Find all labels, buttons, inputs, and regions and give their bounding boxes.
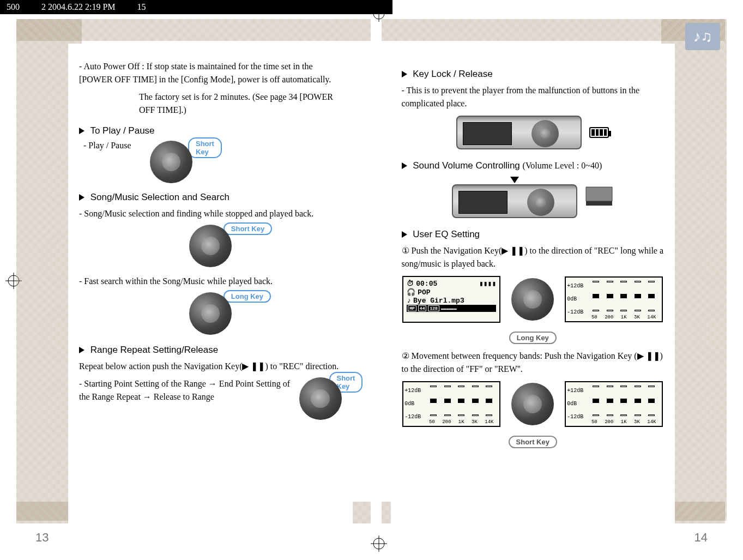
eq-x-label: 200 [605,315,613,320]
lcd-time: 00:05 [416,280,437,288]
eq-step-2: ② Movement between frequency bands: Push… [402,350,665,376]
arrow-icon [79,128,84,134]
volume-widget-icon [585,186,613,209]
arrow-icon [402,231,407,238]
arrow-icon [402,71,407,77]
auto-power-off-body-2: The factory set is for 2 minutes. (See p… [139,91,342,117]
heading-range-repeat: Range Repeat Setting/Release [79,345,342,356]
arrow-icon [79,347,84,353]
file-header: 500 2 2004.6.22 2:19 PM 15 [0,0,392,14]
long-key-badge: Long Key [223,290,271,303]
page-left: - Auto Power Off : If stop state is main… [68,44,353,528]
arrow-icon [402,162,407,169]
page-number-right: 14 [694,531,708,545]
play-pause-row: - Play / Pause Short Key [83,141,342,183]
range-steps-row: - Starting Point Setting of the Range → … [79,377,342,420]
eq-screen: +12dB 0dB -12dB 50 200 1K 3K 14K [402,381,500,427]
nav-key-icon [189,292,232,335]
eq-y-label: +12dB [404,384,421,398]
lcd-meta: MP [408,305,416,311]
nav-key-icon [299,377,342,420]
file-name: 500 [7,2,20,12]
play-pause-item-label: - Play / Pause [83,141,143,150]
step-text: Push the Navigation Key(▶ ❚❚) to the dir… [402,246,664,268]
eq-x-label: 200 [605,419,613,425]
eq-x-label: 14K [647,419,656,425]
eq-x-label: 1K [621,315,627,320]
key-lock-desc: - This is to prevent the player from the… [402,84,665,110]
range-nav-graphic: Short Key [299,377,342,420]
device-screen-icon [458,191,508,214]
short-key-badge: Short Key [509,436,557,448]
range-repeat-desc: Repeat below action push the Navigation … [79,360,342,373]
step-text: Movement between frequency bands: Push t… [402,351,663,374]
arrow-down-icon [510,177,519,183]
device-illustration [452,184,577,218]
lcd-meta: 128 [428,305,439,311]
eq-y-label: -12dB [567,411,583,424]
step-number: ② [402,351,409,360]
song-selection-graphic: Short Key [79,225,342,267]
device-nav-icon [531,120,559,147]
nav-key-icon [189,225,232,267]
eq-x-label: 3K [634,315,640,320]
eq-step2-graphics: +12dB 0dB -12dB 50 200 1K 3K 14K [402,381,665,427]
eq-x-label: 14K [485,419,493,425]
nav-key-icon [150,141,192,183]
eq-x-label: 14K [647,315,656,320]
auto-power-off-text: - Auto Power Off : If stop state is main… [79,60,342,86]
eq-y-label: +12dB [567,384,583,398]
fast-search-graphic: Long Key [79,292,342,335]
range-steps-text: - Starting Point Setting of the Range → … [79,377,294,404]
short-key-note: Short Key [402,436,665,448]
nav-key-icon [511,383,554,425]
eq-step1-graphics: ⏱00:05▮▮▮▮ 🎧POP ♪Bye Girl.mp3 MP 44 128 … [402,276,665,323]
heading-user-eq: User EQ Setting [402,229,665,240]
song-selection-item: - Song/Music selection and finding while… [79,207,342,220]
eq-x-label: 50 [429,419,435,425]
eq-y-label: 0dB [567,398,583,411]
device-screen-icon [463,122,512,145]
heading-text: To Play / Pause [90,125,154,136]
eq-x-label: 200 [442,419,451,425]
eq-y-label: +12dB [567,280,583,293]
step-number: ① [402,246,409,255]
heading-text: Sound Volume Controlling [413,160,520,171]
heading-song-selection: Song/Music Selection and Search [79,192,342,203]
eq-x-label: 1K [621,419,627,425]
lcd-file: Bye Girl.mp3 [413,297,464,305]
heading-text: User EQ Setting [413,229,480,239]
device-with-arrows [452,177,577,218]
page-right: Key Lock / Release - This is to prevent … [391,44,675,528]
eq-x-label: 3K [472,419,478,425]
eq-x-label: 1K [458,419,464,425]
arrow-icon [79,194,84,201]
device-illustration [456,116,582,149]
lcd-meta: 44 [418,305,427,311]
eq-step-1: ① Push the Navigation Key(▶ ❚❚) to the d… [402,244,665,270]
heading-text: Key Lock / Release [413,69,492,79]
fast-search-item: - Fast search within the Song/Music whil… [79,275,342,288]
spread: - Auto Power Off : If stop state is main… [16,19,727,545]
svg-marker-9 [586,187,612,201]
eq-x-label: 3K [634,419,640,425]
key-lock-graphic-row [402,116,665,149]
eq-screen: +12dB 0dB -12dB 50 200 1K 3K 14K [565,276,663,322]
battery-icon [589,127,609,138]
svg-rect-10 [586,201,612,206]
page-number-left: 13 [35,531,49,545]
eq-y-label: -12dB [567,306,583,319]
eq-y-label: 0dB [404,398,421,411]
lcd-mode: POP [418,288,430,297]
heading-text: Range Repeat Setting/Release [90,345,218,355]
file-page: 15 [137,2,146,12]
short-key-badge: Short Key [223,222,272,235]
auto-power-off-label: - Auto Power Off : [79,62,144,71]
heading-sound-volume: Sound Volume Controlling (Volume Level :… [402,160,665,171]
eq-y-label: 0dB [567,293,583,306]
eq-screen: +12dB 0dB -12dB 50 200 1K 3K 14K [565,381,663,427]
lcd-playback-screen: ⏱00:05▮▮▮▮ 🎧POP ♪Bye Girl.mp3 MP 44 128 … [402,276,500,323]
volume-level-note: (Volume Level : 0~40) [523,161,602,170]
heading-play-pause: To Play / Pause [79,125,342,136]
eq-y-label: -12dB [404,411,421,424]
